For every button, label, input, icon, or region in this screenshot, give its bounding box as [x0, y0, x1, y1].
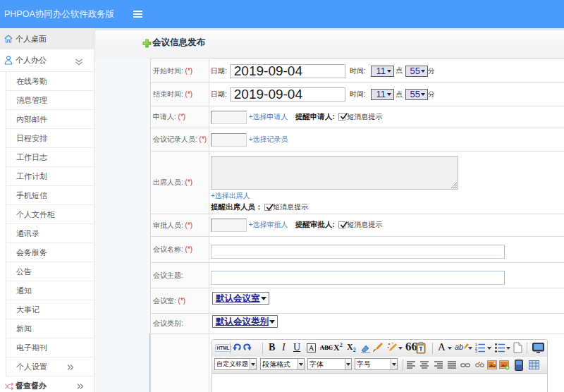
svg-text:3: 3	[475, 349, 477, 353]
